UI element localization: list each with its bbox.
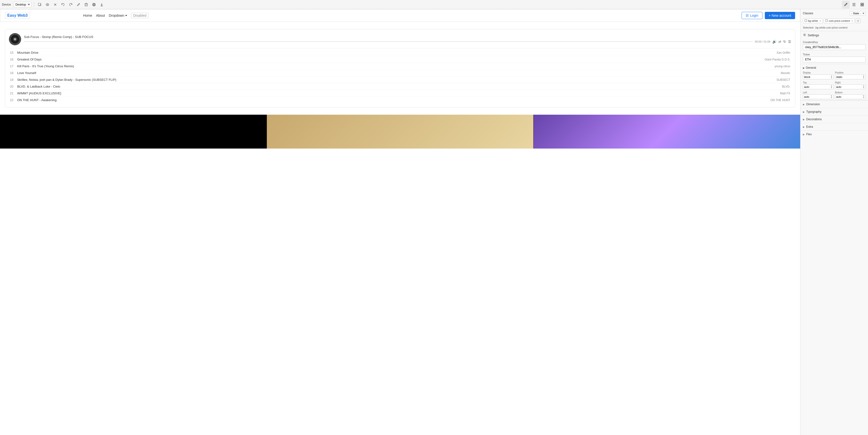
pencil-tool-icon[interactable] bbox=[842, 1, 849, 8]
class-tags-container: bg-white × coin-price-content × + bbox=[800, 18, 868, 25]
state-dropdown[interactable]: - State - hover focus active visited bbox=[849, 11, 866, 15]
nav-link-home[interactable]: Home bbox=[83, 13, 92, 18]
track-row[interactable]: 16 Greatest Of Days Giant Panda G.D.S. bbox=[9, 56, 791, 63]
toolbar-right bbox=[842, 1, 866, 8]
right-label: Right bbox=[835, 81, 866, 84]
left-arrow-down[interactable]: ▼ bbox=[831, 97, 833, 99]
general-arrow-icon: ▶ bbox=[803, 67, 805, 69]
svg-rect-31 bbox=[826, 20, 828, 22]
bottom-select-wrapper: auto0 ▲ ▼ bbox=[835, 94, 866, 99]
redo-icon[interactable] bbox=[68, 1, 74, 8]
position-select[interactable]: staticrelativeabsolutefixedsticky bbox=[835, 75, 862, 79]
classes-header: Classes - State - hover focus active vis… bbox=[800, 9, 868, 18]
eye-icon[interactable] bbox=[44, 1, 51, 8]
gear-icon bbox=[803, 33, 806, 37]
position-arrow-down[interactable]: ▼ bbox=[863, 77, 865, 79]
typography-header[interactable]: ▶ Typography bbox=[800, 108, 868, 115]
bottom-select[interactable]: auto0 bbox=[835, 95, 862, 99]
music-card: Sub Focus - Stomp (Remix Comp) - SUB FOC… bbox=[5, 29, 795, 107]
left-field: Left auto0 ▲ ▼ bbox=[803, 91, 834, 99]
classes-label: Classes bbox=[803, 11, 848, 15]
class-tag-name-coin-price: coin-price-content bbox=[829, 19, 850, 22]
edit-icon[interactable] bbox=[75, 1, 82, 8]
menu-icon[interactable] bbox=[850, 1, 858, 8]
typography-label: Typography bbox=[806, 110, 822, 113]
display-select[interactable]: blockflexgridinlinenone bbox=[803, 75, 830, 79]
track-num-20: 20 bbox=[10, 85, 17, 88]
typography-arrow-icon: ▶ bbox=[803, 110, 805, 113]
right-arrow-down[interactable]: ▼ bbox=[863, 87, 865, 89]
dimension-arrow-icon: ▶ bbox=[803, 103, 805, 106]
svg-rect-22 bbox=[861, 3, 862, 4]
progress-row: 00:00 / 01:06 🔊 ⇄ ↻ ☰ bbox=[24, 40, 791, 43]
repeat-icon[interactable]: ↻ bbox=[783, 40, 786, 43]
trash-icon[interactable] bbox=[83, 1, 89, 8]
dimension-section: ▶ Dimension bbox=[800, 100, 868, 108]
right-select[interactable]: auto0 bbox=[835, 85, 862, 89]
close-x-icon[interactable] bbox=[52, 1, 58, 8]
new-account-button[interactable]: + New account bbox=[765, 12, 795, 19]
nav-bar: Easy Web3 Home About Dropdown Disabled bbox=[0, 9, 800, 22]
track-name-17: Kill Paris - It's True (Young Citrus Rem… bbox=[17, 64, 775, 68]
track-row[interactable]: 21 WIMM? [AUDIUS EXCLUSIVE] Matt FX bbox=[9, 90, 791, 97]
extra-header[interactable]: ▶ Extra bbox=[800, 123, 868, 130]
new-account-label: + New account bbox=[769, 13, 791, 18]
track-row[interactable]: 22 ON THE HUNT - Awakening ON THE HUNT bbox=[9, 97, 791, 103]
track-row[interactable]: 20 BLVD. & Laidback Luke - Cielo BLVD. bbox=[9, 83, 791, 90]
volume-icon[interactable]: 🔊 bbox=[772, 40, 776, 43]
album-art bbox=[9, 33, 21, 45]
covalentkey-input[interactable] bbox=[803, 44, 866, 50]
shuffle-icon[interactable]: ⇄ bbox=[778, 40, 781, 43]
dimension-header[interactable]: ▶ Dimension bbox=[800, 101, 868, 108]
top-select[interactable]: auto0 bbox=[803, 85, 830, 89]
settings-header[interactable]: Settings bbox=[800, 31, 868, 39]
class-tag-remove-coin-price[interactable]: × bbox=[851, 19, 853, 22]
undo-icon[interactable] bbox=[60, 1, 66, 8]
progress-bar[interactable] bbox=[24, 41, 753, 42]
nav-logo[interactable]: Easy Web3 bbox=[5, 12, 30, 19]
canvas-area[interactable]: Easy Web3 Home About Dropdown Disabled bbox=[0, 9, 800, 435]
ticker-field: Ticker bbox=[800, 52, 868, 64]
nav-links: Home About Dropdown Disabled bbox=[83, 13, 149, 18]
playlist-icon[interactable]: ☰ bbox=[788, 40, 791, 43]
track-row[interactable]: 15 Mountain Drive Xan Griffin bbox=[9, 49, 791, 56]
svg-rect-6 bbox=[85, 4, 87, 6]
display-arrow-down[interactable]: ▼ bbox=[831, 77, 833, 79]
track-name-19: Skrillex, Noisia, josh pan & Dylan Brady… bbox=[17, 78, 776, 81]
login-button[interactable]: Login bbox=[742, 12, 763, 19]
settings-section: Settings CovalentKey Ticker bbox=[800, 31, 868, 64]
bottom-col-1 bbox=[0, 115, 267, 148]
bottom-label: Bottom bbox=[835, 91, 866, 94]
nav-dropdown[interactable]: Dropdown bbox=[109, 13, 127, 18]
class-tag-coin-price[interactable]: coin-price-content × bbox=[824, 19, 855, 23]
left-select[interactable]: auto0 bbox=[803, 95, 830, 99]
top-arrow-down[interactable]: ▼ bbox=[831, 87, 833, 89]
track-row[interactable]: 19 Skrillex, Noisia, josh pan & Dylan Br… bbox=[9, 76, 791, 83]
ticker-input[interactable] bbox=[803, 57, 866, 62]
flex-section: ▶ Flex bbox=[800, 130, 868, 138]
track-name-16: Greatest Of Days bbox=[17, 58, 765, 61]
track-num-16: 16 bbox=[10, 58, 17, 61]
bottom-col-3 bbox=[533, 115, 800, 148]
general-header[interactable]: ▶ General bbox=[800, 64, 868, 70]
copy-icon[interactable] bbox=[37, 1, 43, 8]
track-row[interactable]: 17 Kill Paris - It's True (Young Citrus … bbox=[9, 63, 791, 70]
top-field: Top auto0 ▲ ▼ bbox=[803, 81, 834, 89]
class-tag-add-button[interactable]: + bbox=[856, 19, 861, 23]
position-arrows: ▲ ▼ bbox=[862, 75, 865, 79]
download-icon[interactable] bbox=[99, 1, 105, 8]
bottom-arrow-down[interactable]: ▼ bbox=[863, 97, 865, 99]
toolbar: Device Desktop Tablet Mobile bbox=[0, 0, 868, 9]
class-tag-bg-white[interactable]: bg-white × bbox=[803, 19, 823, 23]
grid-icon[interactable] bbox=[858, 1, 866, 8]
nav-link-about[interactable]: About bbox=[96, 13, 105, 18]
device-select[interactable]: Desktop Tablet Mobile bbox=[13, 2, 31, 7]
globe-icon[interactable] bbox=[91, 1, 97, 8]
main-layout: Easy Web3 Home About Dropdown Disabled bbox=[0, 9, 868, 435]
flex-header[interactable]: ▶ Flex bbox=[800, 131, 868, 138]
track-artist-21: Matt FX bbox=[780, 92, 790, 95]
decorations-header[interactable]: ▶ Decorations bbox=[800, 115, 868, 123]
track-row[interactable]: 18 Love Yourself illexotic bbox=[9, 70, 791, 76]
covalentkey-field: CovalentKey bbox=[800, 39, 868, 52]
class-tag-remove-bg-white[interactable]: × bbox=[819, 19, 821, 22]
